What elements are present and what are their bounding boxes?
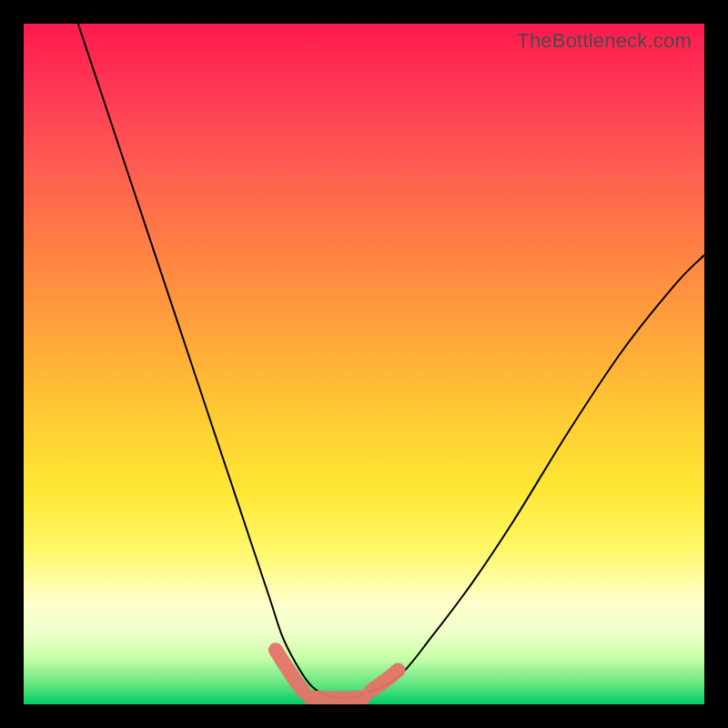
highlight-segments (276, 650, 399, 698)
highlight-segment (276, 650, 303, 691)
highlight-segment (371, 671, 399, 691)
bottleneck-curve-svg (24, 24, 704, 704)
highlight-segment (309, 698, 364, 699)
bottleneck-curve (78, 24, 704, 698)
watermark-text: TheBottleneck.com (517, 29, 692, 53)
chart-plot-area: TheBottleneck.com (24, 24, 704, 704)
